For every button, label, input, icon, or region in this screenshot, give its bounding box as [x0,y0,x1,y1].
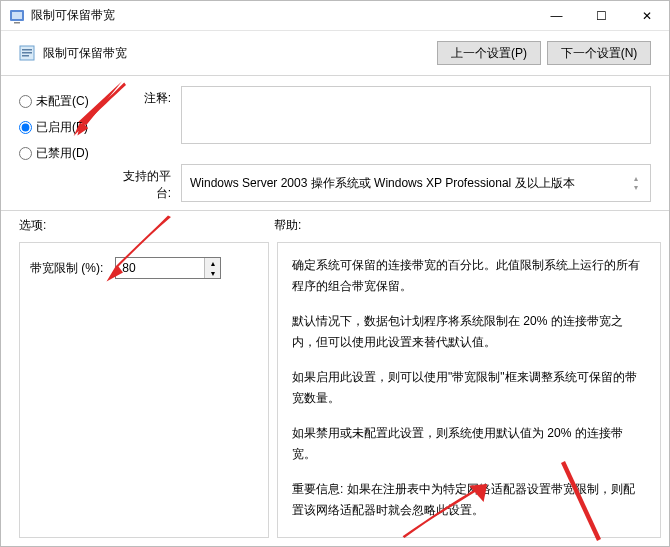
supported-on-box: Windows Server 2003 操作系统或 Windows XP Pro… [181,164,651,202]
app-icon [9,8,25,24]
window-title: 限制可保留带宽 [31,7,534,24]
help-paragraph: 默认情况下，数据包计划程序将系统限制在 20% 的连接带宽之内，但可以使用此设置… [292,311,644,353]
svg-rect-4 [22,49,32,51]
supported-on-text: Windows Server 2003 操作系统或 Windows XP Pro… [190,175,575,192]
supported-scroll-icon: ▴▾ [634,174,644,192]
title-bar: 限制可保留带宽 — ☐ ✕ [1,1,669,31]
next-setting-button[interactable]: 下一个设置(N) [547,41,651,65]
section-labels: 选项: 帮助: [1,211,669,236]
help-paragraph: 重要信息: 如果在注册表中为特定网络适配器设置带宽限制，则配置该网络适配器时就会… [292,479,644,521]
comment-label: 注释: [111,86,181,107]
header-title: 限制可保留带宽 [43,45,431,62]
radio-not-configured-label: 未配置(C) [36,93,89,110]
radio-enabled[interactable]: 已启用(E) [19,114,111,140]
options-pane: 带宽限制 (%): ▲ ▼ [19,242,269,538]
radio-not-configured[interactable]: 未配置(C) [19,88,111,114]
close-button[interactable]: ✕ [624,1,669,30]
svg-rect-2 [14,22,20,24]
bandwidth-limit-label: 带宽限制 (%): [30,260,103,277]
help-paragraph: 如果启用此设置，则可以使用"带宽限制"框来调整系统可保留的带宽数量。 [292,367,644,409]
bandwidth-limit-input[interactable] [116,258,204,278]
options-label: 选项: [19,217,274,234]
comment-input[interactable] [181,86,651,144]
help-label: 帮助: [274,217,301,234]
spinner-down-icon[interactable]: ▼ [205,268,220,278]
help-paragraph: 确定系统可保留的连接带宽的百分比。此值限制系统上运行的所有程序的组合带宽保留。 [292,255,644,297]
supported-label: 支持的平台: [111,164,181,202]
svg-rect-6 [22,55,29,57]
radio-enabled-input[interactable] [19,121,32,134]
spinner-up-icon[interactable]: ▲ [205,258,220,268]
radio-disabled-label: 已禁用(D) [36,145,89,162]
radio-enabled-label: 已启用(E) [36,119,88,136]
bandwidth-limit-field: 带宽限制 (%): ▲ ▼ [30,257,258,279]
header-row: 限制可保留带宽 上一个设置(P) 下一个设置(N) [1,31,669,76]
radio-disabled[interactable]: 已禁用(D) [19,140,111,166]
svg-rect-1 [12,12,22,19]
radio-disabled-input[interactable] [19,147,32,160]
bandwidth-limit-spinner[interactable]: ▲ ▼ [115,257,221,279]
svg-rect-5 [22,52,32,54]
config-fields: 注释: 支持的平台: Windows Server 2003 操作系统或 Win… [111,86,651,202]
policy-icon [19,45,35,61]
previous-setting-button[interactable]: 上一个设置(P) [437,41,541,65]
state-radio-group: 未配置(C) 已启用(E) 已禁用(D) [19,86,111,202]
radio-not-configured-input[interactable] [19,95,32,108]
maximize-button[interactable]: ☐ [579,1,624,30]
help-pane: 确定系统可保留的连接带宽的百分比。此值限制系统上运行的所有程序的组合带宽保留。 … [277,242,661,538]
help-paragraph: 如果禁用或未配置此设置，则系统使用默认值为 20% 的连接带宽。 [292,423,644,465]
lower-panes: 带宽限制 (%): ▲ ▼ 确定系统可保留的连接带宽的百分比。此值限制系统上运行… [1,236,669,547]
minimize-button[interactable]: — [534,1,579,30]
window-controls: — ☐ ✕ [534,1,669,30]
spinner-buttons[interactable]: ▲ ▼ [204,258,220,278]
config-area: 未配置(C) 已启用(E) 已禁用(D) 注释: 支持的平台: Windows … [1,76,669,211]
